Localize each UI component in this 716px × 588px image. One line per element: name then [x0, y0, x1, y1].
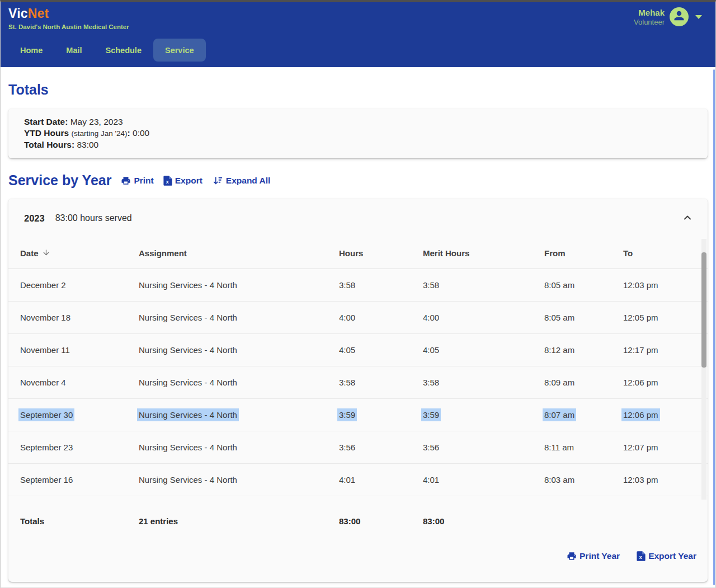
- printer-icon: [567, 551, 577, 561]
- nav-tab-mail[interactable]: Mail: [54, 39, 93, 62]
- sort-descending-arrow-icon: [42, 248, 50, 258]
- row-to: 12:17 pm: [623, 345, 658, 355]
- table-row[interactable]: September 30 Nursing Services - 4 North …: [8, 399, 708, 431]
- row-assignment: Nursing Services - 4 North: [139, 443, 237, 452]
- table-row[interactable]: December 2 Nursing Services - 4 North 3:…: [8, 269, 708, 302]
- total-hours-label: Total Hours:: [24, 140, 74, 149]
- row-to: 12:05 pm: [623, 313, 658, 322]
- chevron-up-icon: [682, 217, 693, 225]
- row-hours: 3:58: [339, 280, 355, 290]
- nav-tab-label: Service: [165, 46, 194, 55]
- column-header-from-label: From: [544, 248, 566, 258]
- row-merit-hours: 3:56: [423, 443, 439, 452]
- table-row[interactable]: November 11 Nursing Services - 4 North 4…: [8, 334, 708, 366]
- column-header-date[interactable]: Date: [20, 248, 139, 258]
- main-content: Totals Start Date: May 23, 2023 YTD Hour…: [1, 82, 715, 582]
- row-date: November 11: [20, 345, 70, 355]
- user-role: Volunteer: [634, 18, 665, 26]
- totals-hours: 83:00: [339, 516, 423, 526]
- nav-tab-home[interactable]: Home: [8, 39, 54, 62]
- row-date: September 16: [20, 475, 73, 484]
- row-date: November 18: [20, 313, 70, 322]
- print-year-label: Print Year: [580, 551, 620, 561]
- printer-icon: [121, 176, 131, 186]
- start-date-label: Start Date:: [24, 117, 68, 126]
- collapse-year-button[interactable]: [680, 210, 695, 227]
- row-merit-hours: 3:58: [423, 378, 439, 387]
- user-menu[interactable]: Mehak Volunteer: [634, 7, 702, 26]
- row-date: December 2: [20, 280, 66, 290]
- user-text: Mehak Volunteer: [634, 8, 665, 26]
- svg-text:x: x: [639, 554, 642, 560]
- column-header-date-label: Date: [20, 248, 39, 258]
- print-year-button[interactable]: Print Year: [567, 551, 620, 561]
- table-row[interactable]: September 16 Nursing Services - 4 North …: [8, 464, 708, 496]
- row-merit-hours: 4:00: [423, 313, 439, 322]
- column-header-merit-hours-label: Merit Hours: [423, 248, 469, 258]
- user-name: Mehak: [634, 8, 665, 17]
- page-scrollbar[interactable]: [713, 69, 715, 585]
- row-hours: 4:05: [339, 345, 355, 355]
- nav-tab-service[interactable]: Service: [153, 39, 206, 62]
- nav-tab-label: Home: [20, 46, 43, 55]
- row-assignment: Nursing Services - 4 North: [137, 408, 239, 421]
- row-to: 12:07 pm: [623, 443, 658, 452]
- column-header-hours[interactable]: Hours: [339, 248, 423, 258]
- row-merit-hours: 3:58: [423, 280, 439, 290]
- row-from: 8:07 am: [543, 408, 576, 421]
- table-scrollbar-track[interactable]: [701, 239, 706, 500]
- column-header-to[interactable]: To: [623, 248, 696, 258]
- logo-text-vic: Vic: [8, 6, 28, 21]
- total-hours-value: 83:00: [77, 140, 98, 149]
- excel-file-icon: x: [163, 176, 172, 186]
- column-header-assignment[interactable]: Assignment: [139, 248, 339, 258]
- table-body: December 2 Nursing Services - 4 North 3:…: [8, 269, 708, 496]
- column-header-to-label: To: [623, 248, 633, 258]
- excel-file-icon: x: [637, 551, 646, 561]
- row-hours: 3:58: [339, 378, 355, 387]
- person-icon: [672, 9, 686, 25]
- start-date-line: Start Date: May 23, 2023: [24, 116, 692, 128]
- print-button[interactable]: Print: [121, 176, 153, 186]
- row-to: 12:06 pm: [621, 408, 660, 421]
- totals-merit-hours: 83:00: [423, 516, 544, 526]
- row-from: 8:05 am: [544, 280, 574, 290]
- row-hours: 4:00: [339, 313, 355, 322]
- chevron-down-icon: [695, 15, 702, 19]
- row-from: 8:12 am: [544, 345, 574, 355]
- export-label: Export: [175, 176, 202, 186]
- ytd-hours-line: YTD Hours (starting Jan '24): 0:00: [24, 128, 692, 139]
- column-header-from[interactable]: From: [544, 248, 623, 258]
- expand-all-button[interactable]: Expand All: [212, 176, 271, 186]
- nav-tab-schedule[interactable]: Schedule: [94, 39, 153, 62]
- column-header-merit-hours[interactable]: Merit Hours: [423, 248, 544, 258]
- row-hours: 3:56: [339, 443, 355, 452]
- export-year-button[interactable]: x Export Year: [637, 551, 696, 561]
- row-date: September 23: [20, 443, 73, 452]
- export-year-label: Export Year: [648, 551, 696, 561]
- year-card-header[interactable]: 2023 83:00 hours served: [8, 199, 708, 238]
- svg-text:x: x: [166, 179, 168, 185]
- year-label: 2023: [24, 213, 45, 224]
- expand-all-label: Expand All: [226, 176, 271, 186]
- year-card-footer: Print Year x Export Year: [8, 545, 708, 561]
- row-to: 12:03 pm: [623, 475, 658, 484]
- row-merit-hours: 3:59: [421, 408, 441, 421]
- column-header-hours-label: Hours: [339, 248, 363, 258]
- export-button[interactable]: x Export: [163, 176, 202, 186]
- table-row[interactable]: November 4 Nursing Services - 4 North 3:…: [8, 366, 708, 399]
- brand: VicNet St. David's North Austin Medical …: [8, 6, 129, 30]
- organization-name: St. David's North Austin Medical Center: [8, 23, 129, 30]
- year-summary: 83:00 hours served: [55, 213, 132, 223]
- ytd-separator: :: [128, 128, 130, 138]
- column-header-assignment-label: Assignment: [139, 248, 187, 258]
- totals-label: Totals: [20, 516, 139, 526]
- table-header-row: Date Assignment Hours Merit Hours From T…: [8, 238, 708, 269]
- table-row[interactable]: November 18 Nursing Services - 4 North 4…: [8, 302, 708, 334]
- table-row[interactable]: September 23 Nursing Services - 4 North …: [8, 431, 708, 464]
- avatar[interactable]: [670, 7, 689, 26]
- row-assignment: Nursing Services - 4 North: [139, 475, 237, 484]
- print-label: Print: [134, 176, 153, 186]
- table-scrollbar-thumb[interactable]: [701, 252, 706, 368]
- vicnet-logo: VicNet: [8, 6, 129, 21]
